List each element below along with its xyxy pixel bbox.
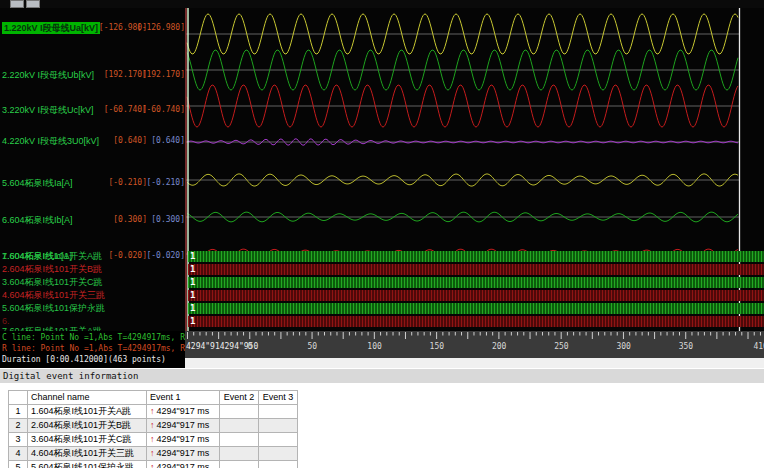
event3-cell xyxy=(259,405,298,419)
c-cursor-value: [-60.740] xyxy=(104,104,147,116)
analog-channel-label-3[interactable]: 3.220kV I段母线Uc[kV][-60.740][-60.740] xyxy=(0,104,185,116)
digital-event-table: Channel name Event 1 Event 2 Event 3 11.… xyxy=(8,390,298,468)
digital-state-bar-1: 1 xyxy=(188,251,764,262)
ruler-tick-label: 250 xyxy=(554,342,568,351)
digital-state-bar-4: 1 xyxy=(188,290,764,301)
rising-edge-arrow-icon: ↑ xyxy=(150,462,155,468)
ruler-ticks xyxy=(185,331,764,358)
analog-channel-label-5[interactable]: 5.604柘泉I线Ia[A][-0.210][-0.210] xyxy=(0,177,185,189)
event-channel-name: 3.604柘泉I线101开关C跳 xyxy=(28,433,147,447)
toolbar-strip xyxy=(0,0,764,8)
event1-cell: ↑4294"917 ms xyxy=(147,461,220,468)
ruler-tick-label: 100 xyxy=(367,342,381,351)
event-table-header-row: Channel name Event 1 Event 2 Event 3 xyxy=(9,391,298,405)
event-channel-name: 5.604柘泉I线101保护永跳 xyxy=(28,461,147,468)
channel-name[interactable]: 5.604柘泉I线Ia[A] xyxy=(2,177,73,189)
analog-channel-label-6[interactable]: 6.604柘泉I线Ib[A][0.300][0.300] xyxy=(0,214,185,226)
event1-cell: ↑4294"917 ms xyxy=(147,405,220,419)
analog-channel-label-4[interactable]: 4.220kV I段母线3U0[kV][0.640][0.640] xyxy=(0,135,185,147)
event3-cell xyxy=(259,447,298,461)
event-table-row-4[interactable]: 44.604柘泉I线101开关三跳↑4294"917 ms xyxy=(9,447,298,461)
digital-channel-label-2[interactable]: 2.604柘泉I线101开关B跳 xyxy=(2,264,185,276)
ruler-tick-label: 410 xyxy=(753,342,764,351)
event3-cell xyxy=(259,419,298,433)
event-channel-name: 4.604柘泉I线101开关三跳 xyxy=(28,447,147,461)
r-cursor-value: [0.640] xyxy=(151,135,185,147)
r-cursor-value: [-60.740] xyxy=(142,104,185,116)
ruler-tick-label: 350 xyxy=(679,342,693,351)
col-no-header xyxy=(9,391,28,405)
analog-channel-label-2[interactable]: 2.220kV I段母线Ub[kV][192.170][192.170] xyxy=(0,69,185,81)
cursor-status-block: C line: Point No =1,Abs T=4294917ms, Rel… xyxy=(0,331,185,368)
r-cursor-value: [-0.210] xyxy=(146,177,185,189)
channel-name[interactable]: 1.220kV I段母线Ua[kV] xyxy=(2,22,100,34)
col-event3-header: Event 3 xyxy=(259,391,298,405)
event2-cell xyxy=(220,461,259,468)
row-number: 5 xyxy=(9,461,28,468)
row-number: 1 xyxy=(9,405,28,419)
event-table-row-3[interactable]: 33.604柘泉I线101开关C跳↑4294"917 ms xyxy=(9,433,298,447)
r-cursor-value: [-126.980] xyxy=(137,22,185,34)
col-event2-header: Event 2 xyxy=(220,391,259,405)
toolbar-icon[interactable] xyxy=(10,0,24,8)
event-table-row-2[interactable]: 22.604柘泉I线101开关B跳↑4294"917 ms xyxy=(9,419,298,433)
digital-channel-label-5[interactable]: 5.604柘泉I线101保护永跳 xyxy=(2,303,185,315)
analog-channel-label-1[interactable]: 1.220kV I段母线Ua[kV][-126.980][-126.980] xyxy=(0,22,185,34)
event3-cell xyxy=(259,461,298,468)
col-event1-header: Event 1 xyxy=(147,391,220,405)
c-cursor-value: [-0.210] xyxy=(108,177,147,189)
info-bar-title: Digital event information xyxy=(3,371,138,381)
ruler-tick-label: 300 xyxy=(616,342,630,351)
channel-name[interactable]: 6.604柘泉I线Ib[A] xyxy=(2,214,73,226)
c-cursor-value: [0.300] xyxy=(113,214,147,226)
digital-state-value: 1 xyxy=(190,303,195,314)
rising-edge-arrow-icon: ↑ xyxy=(150,448,155,458)
toolbar-icon[interactable] xyxy=(26,0,40,8)
r-cursor-value: [0.300] xyxy=(151,214,185,226)
digital-channel-label-3[interactable]: 3.604柘泉I线101开关C跳 xyxy=(2,277,185,289)
rising-edge-arrow-icon: ↑ xyxy=(150,406,155,416)
event1-time: 4294"917 ms xyxy=(157,434,210,444)
row-number: 4 xyxy=(9,447,28,461)
r-line-status: R line: Point No =1,Abs T=4294917ms, Rel… xyxy=(2,344,185,353)
c-cursor-value: [0.640] xyxy=(113,135,147,147)
event2-cell xyxy=(220,419,259,433)
event2-cell xyxy=(220,405,259,419)
event-channel-name: 2.604柘泉I线101开关B跳 xyxy=(28,419,147,433)
event-table-row-1[interactable]: 11.604柘泉I线101开关A跳↑4294"917 ms xyxy=(9,405,298,419)
col-name-header: Channel name xyxy=(28,391,147,405)
digital-channel-label-4[interactable]: 4.604柘泉I线101开关三跳 xyxy=(2,290,185,302)
ruler-tick-label: 150 xyxy=(430,342,444,351)
digital-channel-label-1[interactable]: 1.604柘泉I线101开关A跳 xyxy=(2,251,185,263)
digital-state-value: 1 xyxy=(190,290,195,301)
event1-time: 4294"917 ms xyxy=(157,462,210,468)
row-number: 3 xyxy=(9,433,28,447)
duration-status: Duration [0:00.412000](463 points) xyxy=(2,355,185,364)
digital-state-value: 1 xyxy=(190,264,195,275)
event1-cell: ↑4294"917 ms xyxy=(147,447,220,461)
digital-state-bar-6: 1 xyxy=(188,316,764,327)
c-line-status: C line: Point No =1,Abs T=4294917ms, Rel… xyxy=(2,333,185,342)
row-number: 2 xyxy=(9,419,28,433)
event1-time: 4294"917 ms xyxy=(157,420,210,430)
event1-time: 4294"917 ms xyxy=(157,448,210,458)
ruler-tick-label: 0 xyxy=(248,342,253,351)
r-cursor-value: [192.170] xyxy=(142,69,185,81)
waveform-plot-panel[interactable]: 111111 1.220kV I段母线Ua[kV][-126.980][-126… xyxy=(0,8,764,331)
ruler-tick-label: 50 xyxy=(307,342,317,351)
event1-time: 4294"917 ms xyxy=(157,406,210,416)
channel-name[interactable]: 3.220kV I段母线Uc[kV] xyxy=(2,104,94,116)
event2-cell xyxy=(220,433,259,447)
digital-state-bar-5: 1 xyxy=(188,303,764,314)
channel-name[interactable]: 4.220kV I段母线3U0[kV] xyxy=(2,135,99,147)
channel-name[interactable]: 2.220kV I段母线Ub[kV] xyxy=(2,69,94,81)
waveform-viewer-window: 111111 1.220kV I段母线Ua[kV][-126.980][-126… xyxy=(0,0,764,468)
event-table-zone: Channel name Event 1 Event 2 Event 3 11.… xyxy=(0,383,764,468)
digital-state-value: 1 xyxy=(190,251,195,262)
event-channel-name: 1.604柘泉I线101开关A跳 xyxy=(28,405,147,419)
time-ruler[interactable]: 4294"914294"950 050100150200250300350410 xyxy=(185,331,764,358)
event-table-row-5[interactable]: 55.604柘泉I线101保护永跳↑4294"917 ms xyxy=(9,461,298,468)
digital-state-value: 1 xyxy=(190,277,195,288)
event2-cell xyxy=(220,447,259,461)
digital-state-bar-2: 1 xyxy=(188,264,764,275)
